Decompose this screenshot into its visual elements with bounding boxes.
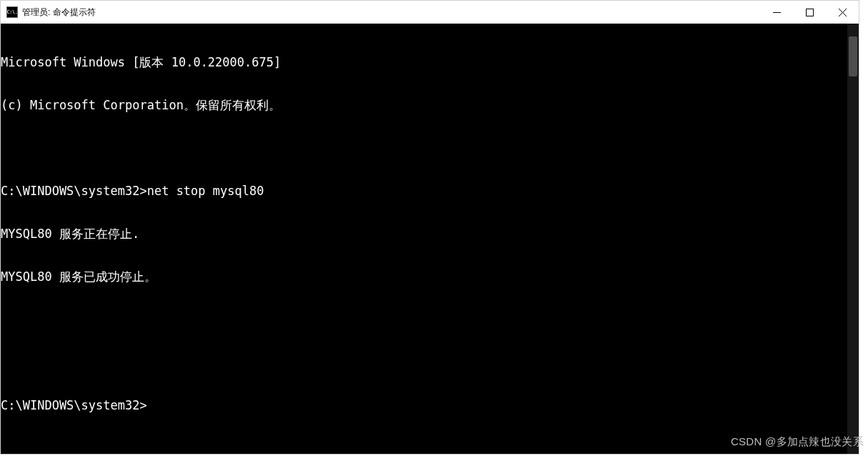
cmd-icon-label: C:\. <box>7 9 18 15</box>
terminal-line: (c) Microsoft Corporation。保留所有权利。 <box>1 98 847 112</box>
terminal-line: MYSQL80 服务已成功停止。 <box>1 269 847 284</box>
terminal-line <box>1 312 847 327</box>
terminal-line: Microsoft Windows [版本 10.0.22000.675] <box>1 55 847 69</box>
maximize-button[interactable] <box>793 1 826 24</box>
watermark: CSDN @多加点辣也没关系 <box>731 435 864 449</box>
window-title: 管理员: 命令提示符 <box>22 6 96 19</box>
cmd-icon: C:\. <box>6 6 18 18</box>
minimize-icon <box>773 9 781 16</box>
terminal-line: C:\WINDOWS\system32>net stop mysql80 <box>1 184 847 198</box>
title-bar: C:\. 管理员: 命令提示符 <box>1 1 859 24</box>
close-button[interactable] <box>826 1 859 24</box>
window-controls <box>760 1 859 24</box>
terminal-area[interactable]: Microsoft Windows [版本 10.0.22000.675] (c… <box>1 24 859 454</box>
terminal-line <box>1 141 847 155</box>
scrollbar-thumb[interactable] <box>849 36 857 76</box>
minimize-button[interactable] <box>760 1 793 24</box>
terminal-line: C:\WINDOWS\system32> <box>1 398 847 412</box>
maximize-icon <box>806 9 814 16</box>
terminal-content[interactable]: Microsoft Windows [版本 10.0.22000.675] (c… <box>1 24 847 454</box>
scrollbar-track[interactable] <box>847 24 859 454</box>
close-icon <box>839 9 847 16</box>
terminal-line: MYSQL80 服务正在停止. <box>1 227 847 241</box>
svg-rect-1 <box>806 9 813 16</box>
terminal-line <box>1 355 847 370</box>
title-left: C:\. 管理员: 命令提示符 <box>6 6 96 19</box>
cmd-window: C:\. 管理员: 命令提示符 <box>0 0 859 455</box>
